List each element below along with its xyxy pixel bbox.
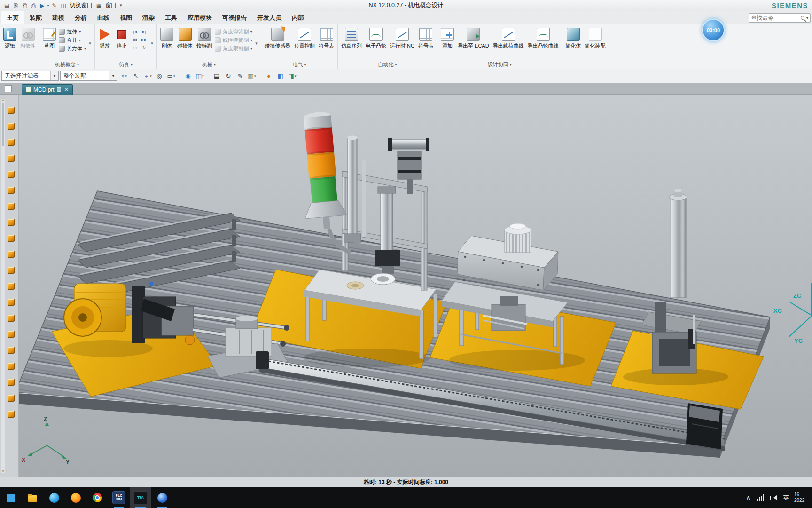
part-icon[interactable]: [8, 299, 15, 306]
edge-button[interactable]: [43, 487, 65, 508]
export-load-curve-button[interactable]: 导出载荷曲线: [491, 25, 526, 49]
switch-window-button[interactable]: 切换窗口: [70, 1, 93, 9]
dropdown-arrow-icon[interactable]: ▾: [250, 38, 252, 42]
group-name-simulation[interactable]: 仿真▾: [96, 61, 155, 69]
group-name-design-collaboration[interactable]: 设计协同▾: [439, 61, 561, 69]
dropdown-arrow-icon[interactable]: ▾: [79, 38, 81, 42]
symbol-table-button-2[interactable]: 符号表: [416, 25, 436, 49]
select-arrow-button[interactable]: ↖: [131, 71, 141, 81]
part-icon[interactable]: [8, 123, 15, 130]
start-button[interactable]: [0, 487, 22, 508]
selection-scope-dropdown[interactable]: 整个装配 ▼: [60, 71, 117, 81]
sketch-button[interactable]: 草图: [41, 25, 58, 49]
add-button[interactable]: 添加: [439, 25, 456, 49]
scrollbar-thumb[interactable]: [2, 103, 4, 146]
shaded-view-button[interactable]: ◉: [183, 71, 193, 81]
window-menu-dropdown-icon[interactable]: ▼: [119, 3, 123, 8]
collision-sensor-button[interactable]: 碰撞传感器: [263, 25, 292, 49]
window-grid-icon[interactable]: ▦: [95, 1, 103, 10]
collision-body-button[interactable]: 碰撞体: [175, 25, 195, 49]
play-button[interactable]: 播放: [96, 25, 113, 49]
firefox-button[interactable]: [65, 487, 86, 508]
circle-select-button[interactable]: ◎: [154, 71, 164, 81]
selection-filter-dropdown[interactable]: 无选择过滤器 ▼: [1, 71, 59, 81]
simplify-body-button[interactable]: 简化体: [564, 25, 583, 49]
part-icon[interactable]: [8, 235, 15, 242]
network-icon[interactable]: [757, 494, 764, 501]
dropdown-arrow-icon[interactable]: ▾: [84, 47, 86, 51]
part-icon[interactable]: [8, 251, 15, 258]
snap-point-button[interactable]: ⌖▾: [119, 71, 129, 81]
print-icon[interactable]: ⎙: [30, 1, 38, 10]
simulation-timer[interactable]: 00:00: [702, 19, 725, 41]
command-search-input[interactable]: [751, 15, 799, 21]
stop-button[interactable]: 停止: [113, 25, 130, 49]
part-icon[interactable]: [8, 347, 15, 354]
tab-visual-report[interactable]: 可视报告: [217, 11, 252, 24]
grid-button[interactable]: ▦▾: [247, 71, 257, 81]
rect-select-button[interactable]: ▭▾: [166, 71, 176, 81]
document-tab-mcd[interactable]: MCD.prt ✕: [22, 84, 73, 95]
search-dropdown-icon[interactable]: ▾: [806, 16, 808, 20]
part-icon[interactable]: [8, 283, 15, 290]
angular-limit-button[interactable]: 角度限制副 ▾: [215, 45, 252, 52]
group-expand-icon[interactable]: ▾: [87, 25, 93, 61]
export-cam-curve-button[interactable]: 导出凸轮曲线: [526, 25, 561, 49]
part-icon[interactable]: [8, 155, 15, 162]
play-icon[interactable]: ▶: [39, 1, 46, 10]
dropdown-arrow-icon[interactable]: ▾: [79, 30, 81, 34]
part-icon[interactable]: [8, 219, 15, 226]
tab-modeling[interactable]: 建模: [47, 11, 70, 24]
edit-icon[interactable]: ✎: [50, 1, 58, 10]
scene-cube-button[interactable]: ◧: [275, 71, 286, 81]
taskbar-clock[interactable]: 16 2022: [794, 492, 811, 504]
symbol-table-button[interactable]: 符号表: [317, 25, 336, 49]
close-icon[interactable]: ✕: [64, 87, 69, 93]
volume-icon[interactable]: [770, 495, 777, 500]
group-name-electrical[interactable]: 电气▾: [263, 61, 336, 69]
tab-view[interactable]: 视图: [115, 11, 137, 24]
export-ecad-button[interactable]: 导出至 ECAD: [456, 25, 491, 49]
app-button-blue[interactable]: [151, 487, 173, 508]
copy-icon[interactable]: ⎘: [12, 1, 20, 10]
part-icon[interactable]: [8, 363, 15, 370]
dropdown-arrow-icon[interactable]: ▾: [250, 30, 252, 34]
menu-icon[interactable]: ▤: [3, 1, 11, 10]
group-name-automation[interactable]: 自动化▾: [339, 61, 436, 69]
command-search[interactable]: ▾: [749, 13, 811, 23]
tab-tools[interactable]: 工具: [160, 11, 182, 24]
part-icon[interactable]: [8, 315, 15, 322]
part-icon[interactable]: [8, 395, 15, 402]
part-icon[interactable]: [8, 171, 15, 178]
tab-application[interactable]: 应用模块: [182, 11, 217, 24]
tab-analysis[interactable]: 分析: [70, 11, 92, 24]
group-name-mechanical[interactable]: 机械▾: [158, 61, 259, 69]
part-icon[interactable]: [8, 267, 15, 274]
position-control-button[interactable]: 位置控制: [292, 25, 317, 49]
switch-window-icon[interactable]: ◫: [59, 1, 67, 10]
part-icon[interactable]: [8, 107, 15, 114]
runtime-nc-button[interactable]: 运行时 NC: [388, 25, 416, 49]
material-sphere-button[interactable]: ●: [264, 71, 274, 81]
tia-portal-button[interactable]: TIA: [130, 487, 151, 508]
part-icon[interactable]: [8, 331, 15, 338]
part-icon[interactable]: [8, 411, 15, 418]
resource-page-icon[interactable]: [5, 85, 12, 92]
tab-developer[interactable]: 开发人员: [252, 11, 287, 24]
tab-internal[interactable]: 内部: [287, 11, 309, 24]
refresh-view-button[interactable]: ↻: [223, 71, 234, 81]
part-icon[interactable]: [8, 379, 15, 386]
section-button[interactable]: ◨▾: [287, 71, 297, 81]
time-scale-icon[interactable]: ◷: [131, 44, 139, 51]
paste-icon[interactable]: ⎗: [21, 1, 29, 10]
electronic-cam-button[interactable]: 电子凸轮: [364, 25, 388, 49]
tab-home[interactable]: 主页: [1, 11, 24, 24]
linear-spring-button[interactable]: 线性弹簧副 ▾: [215, 37, 252, 44]
step-back-icon[interactable]: |◀: [131, 28, 139, 35]
part-icon[interactable]: [8, 139, 15, 146]
rigid-body-button[interactable]: 刚体: [158, 25, 175, 49]
play-dropdown-icon[interactable]: ▾: [47, 3, 49, 8]
dropdown-arrow-icon[interactable]: ▼: [50, 71, 58, 80]
file-explorer-button[interactable]: [22, 487, 43, 508]
window-button[interactable]: ⬓: [211, 71, 222, 81]
